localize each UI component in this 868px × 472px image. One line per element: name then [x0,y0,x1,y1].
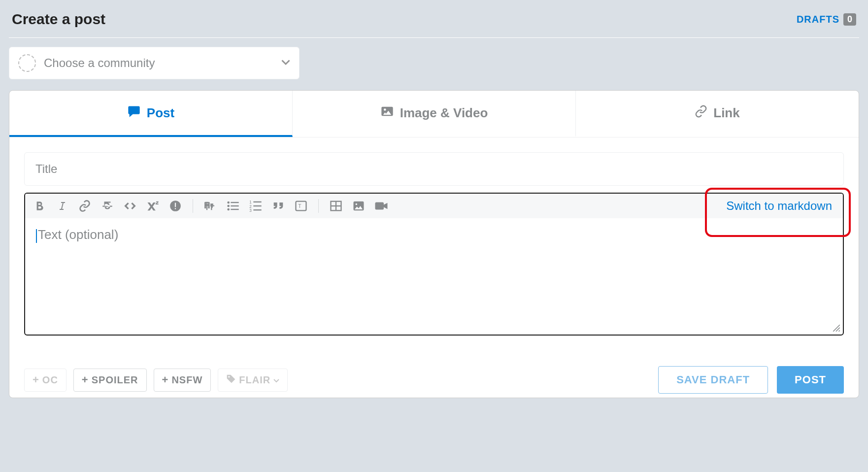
post-icon [127,104,141,122]
save-draft-label: SAVE DRAFT [676,373,750,386]
community-placeholder-text: Choose a community [44,56,273,70]
svg-rect-7 [231,205,238,206]
page-title: Create a post [12,11,105,28]
image-icon [380,104,394,122]
svg-rect-13 [253,205,261,206]
toolbar-separator [193,199,193,213]
post-label: POST [795,373,826,386]
resize-grip-icon[interactable] [832,324,841,333]
plus-icon: + [162,374,169,385]
switch-to-markdown-link[interactable]: Switch to markdown [726,199,836,213]
post-type-tabs: Post Image & Video Link [9,91,859,137]
bold-button[interactable] [32,199,47,213]
plus-icon: + [33,374,39,385]
drafts-link[interactable]: DRAFTS 0 [797,13,856,26]
text-placeholder: Text (optional) [38,227,118,242]
svg-rect-8 [231,209,238,210]
save-draft-button[interactable]: SAVE DRAFT [658,366,768,394]
quote-button[interactable] [271,199,286,213]
code-button[interactable] [123,199,137,213]
svg-rect-14 [253,209,261,210]
svg-rect-22 [375,202,384,210]
spoiler-tag-button[interactable]: + SPOILER [73,369,147,392]
svg-rect-6 [231,202,238,203]
drafts-count-badge: 0 [843,13,856,26]
svg-point-21 [356,203,358,205]
svg-text:3: 3 [249,208,252,213]
bottom-bar: + OC + SPOILER + NSFW FLAIR [9,350,859,398]
editor-toolbar: 123 T Switch to markdown [25,194,843,218]
post-button[interactable]: POST [777,366,844,394]
link-icon [695,105,707,121]
nsfw-tag-button[interactable]: + NSFW [154,369,211,392]
svg-rect-12 [253,202,261,202]
flair-tag-label: FLAIR [239,374,270,386]
strikethrough-button[interactable] [100,199,115,213]
page-header: Create a post DRAFTS 0 [9,0,859,38]
tab-post[interactable]: Post [9,91,293,137]
oc-tag-label: OC [42,374,58,386]
chevron-down-icon [281,59,290,67]
table-button[interactable] [329,199,343,213]
link-button[interactable] [77,199,92,213]
community-placeholder-icon [18,54,36,72]
create-post-card: Post Image & Video Link [9,90,859,398]
community-picker[interactable]: Choose a community [9,47,300,79]
superscript-button[interactable] [145,199,160,213]
tab-link[interactable]: Link [576,91,859,137]
svg-point-3 [227,202,230,204]
tab-post-label: Post [147,105,174,121]
code-block-button[interactable]: T [294,199,308,213]
text-caret [36,229,37,243]
title-input[interactable] [24,152,844,186]
text-area[interactable]: Text (optional) [25,218,843,335]
text-editor: 123 T Switch to markdown Text (optional) [24,193,844,336]
chevron-down-icon [273,374,279,386]
tag-icon [226,374,236,386]
numbered-list-button[interactable]: 123 [248,199,263,213]
tab-image-video[interactable]: Image & Video [293,91,576,137]
svg-point-4 [227,205,230,207]
oc-tag-button[interactable]: + OC [24,369,67,392]
svg-text:T: T [298,203,301,209]
action-buttons: SAVE DRAFT POST [658,366,844,394]
spoiler-tag-label: SPOILER [92,374,138,386]
svg-point-5 [227,208,230,211]
bulleted-list-button[interactable] [226,199,240,213]
tag-buttons: + OC + SPOILER + NSFW FLAIR [24,369,288,392]
tab-image-video-label: Image & Video [400,105,488,121]
heading-button[interactable] [203,199,218,213]
svg-rect-2 [175,208,176,209]
insert-image-button[interactable] [351,199,366,213]
svg-rect-1 [175,203,176,207]
italic-button[interactable] [55,199,69,213]
card-body: 123 T Switch to markdown Text (optional) [9,137,859,350]
tab-link-label: Link [713,105,739,121]
insert-video-button[interactable] [374,199,389,213]
toolbar-separator [318,199,319,213]
spoiler-inline-button[interactable] [168,199,183,213]
drafts-label: DRAFTS [797,14,839,25]
flair-tag-button[interactable]: FLAIR [218,369,288,392]
nsfw-tag-label: NSFW [171,374,202,386]
plus-icon: + [82,374,89,385]
